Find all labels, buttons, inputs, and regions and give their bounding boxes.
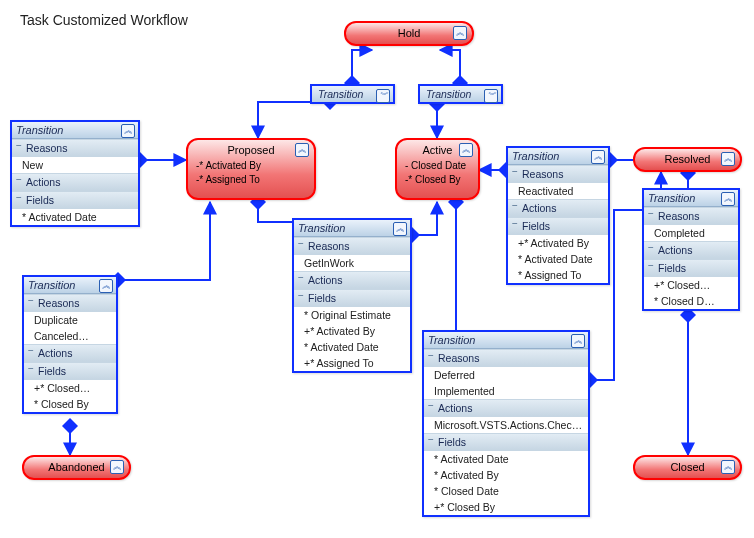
collapse-icon[interactable]: ︽ [393, 222, 407, 236]
transition-panel[interactable]: Transition ︽ Reasons GetInWork Actions F… [292, 218, 412, 373]
transition-panel[interactable]: Transition ︽ Reasons Reactivated Actions… [506, 146, 610, 285]
section-actions[interactable]: Actions [644, 241, 738, 259]
section-fields[interactable]: Fields [24, 362, 116, 380]
collapse-icon[interactable]: ︽ [571, 334, 585, 348]
state-line: -* Activated By [192, 159, 310, 173]
list-item: * Activated Date [424, 451, 588, 467]
collapse-icon[interactable]: ︽ [591, 150, 605, 164]
state-resolved[interactable]: Resolved ︽ [633, 147, 742, 172]
transition-panel[interactable]: Transition ︽ Reasons Duplicate Canceled…… [22, 275, 118, 414]
panel-header[interactable]: Transition ︽ [294, 220, 410, 237]
section-fields[interactable]: Fields [294, 289, 410, 307]
section-actions[interactable]: Actions [424, 399, 588, 417]
state-label: Resolved [665, 153, 711, 165]
transition-panel[interactable]: Transition ︽ Reasons Completed Actions F… [642, 188, 740, 311]
list-item: +* Activated By [294, 323, 410, 339]
panel-title: Transition [648, 192, 695, 204]
expand-icon[interactable]: ︽ [459, 143, 473, 157]
list-item: Completed [644, 225, 738, 241]
panel-header[interactable]: Transition ︽ [644, 190, 738, 207]
collapse-icon[interactable]: ︽ [99, 279, 113, 293]
section-fields[interactable]: Fields [508, 217, 608, 235]
list-item: * Activated Date [12, 209, 138, 225]
section-actions[interactable]: Actions [508, 199, 608, 217]
panel-header[interactable]: Transition ︽ [24, 277, 116, 294]
panel-header[interactable]: Transition ︽ [508, 148, 608, 165]
list-item: * Original Estimate [294, 307, 410, 323]
section-actions[interactable]: Actions [294, 271, 410, 289]
state-line: -* Closed By [401, 173, 474, 187]
collapse-icon[interactable]: ︽ [121, 124, 135, 138]
section-reasons[interactable]: Reasons [294, 237, 410, 255]
list-item: * Closed By [24, 396, 116, 412]
state-label: Closed [670, 461, 704, 473]
state-active[interactable]: Active ︽ - Closed Date -* Closed By [395, 138, 480, 200]
list-item: +* Closed By [424, 499, 588, 515]
transition-panel[interactable]: Transition ︽ Reasons New Actions Fields … [10, 120, 140, 227]
list-item: +* Closed… [24, 380, 116, 396]
list-item: * Assigned To [508, 267, 608, 283]
list-item: * Activated Date [294, 339, 410, 355]
list-item: Canceled… [24, 328, 116, 344]
panel-header[interactable]: Transition ︽ [424, 332, 588, 349]
list-item: New [12, 157, 138, 173]
state-hold[interactable]: Hold ︽ [344, 21, 474, 46]
state-proposed[interactable]: Proposed ︽ -* Activated By -* Assigned T… [186, 138, 316, 200]
list-item: Implemented [424, 383, 588, 399]
state-line: -* Assigned To [192, 173, 310, 187]
expand-icon[interactable]: ︽ [721, 460, 735, 474]
state-label: Proposed [227, 144, 274, 156]
section-actions[interactable]: Actions [24, 344, 116, 362]
section-reasons[interactable]: Reasons [508, 165, 608, 183]
state-label: Abandoned [48, 461, 104, 473]
section-fields[interactable]: Fields [12, 191, 138, 209]
transition-chip[interactable]: Transition ︾ [310, 84, 395, 104]
list-item: Microsoft.VSTS.Actions.Checkin [424, 417, 588, 433]
collapse-icon[interactable]: ︾ [376, 89, 390, 103]
list-item: * Activated Date [508, 251, 608, 267]
section-actions[interactable]: Actions [12, 173, 138, 191]
chip-label: Transition [426, 88, 471, 100]
page-title: Task Customized Workflow [20, 12, 188, 28]
panel-title: Transition [428, 334, 475, 346]
list-item: GetInWork [294, 255, 410, 271]
section-reasons[interactable]: Reasons [12, 139, 138, 157]
diagram-canvas: Task Customized Workflow [0, 0, 754, 538]
expand-icon[interactable]: ︽ [110, 460, 124, 474]
list-item: * Closed Date [424, 483, 588, 499]
collapse-icon[interactable]: ︽ [721, 192, 735, 206]
section-reasons[interactable]: Reasons [644, 207, 738, 225]
collapse-icon[interactable]: ︾ [484, 89, 498, 103]
expand-icon[interactable]: ︽ [721, 152, 735, 166]
state-label: Hold [398, 27, 421, 39]
section-reasons[interactable]: Reasons [424, 349, 588, 367]
panel-title: Transition [16, 124, 63, 136]
list-item: +* Activated By [508, 235, 608, 251]
state-label: Active [423, 144, 453, 156]
panel-title: Transition [298, 222, 345, 234]
section-fields[interactable]: Fields [644, 259, 738, 277]
expand-icon[interactable]: ︽ [453, 26, 467, 40]
state-closed[interactable]: Closed ︽ [633, 455, 742, 480]
expand-icon[interactable]: ︽ [295, 143, 309, 157]
panel-header[interactable]: Transition ︽ [12, 122, 138, 139]
list-item: Duplicate [24, 312, 116, 328]
transition-chip[interactable]: Transition ︾ [418, 84, 503, 104]
transition-panel[interactable]: Transition ︽ Reasons Deferred Implemente… [422, 330, 590, 517]
state-line: - Closed Date [401, 159, 474, 173]
list-item: Deferred [424, 367, 588, 383]
state-abandoned[interactable]: Abandoned ︽ [22, 455, 131, 480]
section-fields[interactable]: Fields [424, 433, 588, 451]
list-item: Reactivated [508, 183, 608, 199]
list-item: * Activated By [424, 467, 588, 483]
list-item: +* Assigned To [294, 355, 410, 371]
section-reasons[interactable]: Reasons [24, 294, 116, 312]
panel-title: Transition [512, 150, 559, 162]
list-item: +* Closed… [644, 277, 738, 293]
chip-label: Transition [318, 88, 363, 100]
list-item: * Closed D… [644, 293, 738, 309]
panel-title: Transition [28, 279, 75, 291]
